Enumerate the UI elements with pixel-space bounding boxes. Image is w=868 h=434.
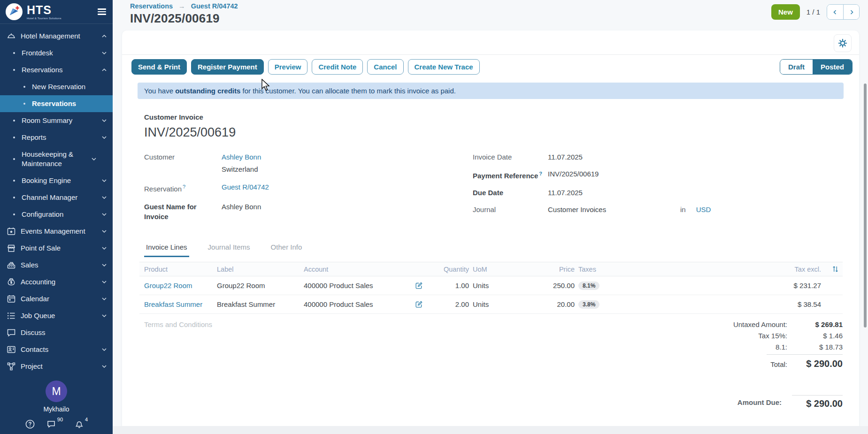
sidebar-item-reservations[interactable]: Reservations (0, 61, 113, 78)
sidebar-item-label: Channel Manager (22, 193, 97, 202)
status-posted[interactable]: Posted (813, 60, 852, 74)
logo-row: HTS Hotel & Tourism Solutions (0, 0, 113, 24)
sidebar-item-discuss[interactable]: Discuss (0, 324, 113, 341)
create-new-trace-button[interactable]: Create New Trace (408, 59, 480, 75)
sidebar-item-label: Housekeeping & Maintenance (22, 150, 86, 168)
sidebar-item-events-management[interactable]: Events Management (0, 223, 113, 240)
sidebar-menu: Hotel Management Frontdesk Reservations … (0, 24, 113, 381)
table-header-row: Product Label Account Quantity UoM Price… (139, 262, 843, 276)
pencil-square-icon[interactable] (405, 282, 433, 289)
sidebar-item-project[interactable]: Project (0, 358, 113, 375)
cancel-button[interactable]: Cancel (367, 59, 403, 75)
line-uom[interactable]: Units (473, 300, 529, 308)
col-quantity[interactable]: Quantity (433, 266, 473, 273)
reservation-link[interactable]: Guest R/04742 (222, 183, 269, 191)
messages-icon[interactable]: 90 (46, 419, 63, 429)
help-icon[interactable] (25, 419, 35, 429)
sidebar-item-job-queue[interactable]: Job Queue (0, 307, 113, 324)
sidebar-item-label: Room Summary (22, 116, 97, 125)
sidebar-item-calendar[interactable]: Calendar (0, 290, 113, 307)
form-card: Send & Print Register Payment Preview Cr… (122, 30, 859, 434)
sidebar-item-room-summary[interactable]: Room Summary (0, 112, 113, 129)
col-uom[interactable]: UoM (473, 266, 529, 273)
bullet-dot (13, 69, 15, 71)
sidebar-item-contacts[interactable]: Contacts (0, 341, 113, 358)
col-account[interactable]: Account (304, 266, 405, 273)
table-row[interactable]: Group22 Room Group22 Room 400000 Product… (139, 276, 843, 295)
tab-invoice-lines[interactable]: Invoice Lines (144, 243, 189, 257)
banner-bold-text: outstanding credits (175, 87, 240, 95)
settings-gear-button[interactable] (834, 34, 852, 52)
hts-logo-icon[interactable] (6, 3, 23, 20)
terms-and-conditions-field[interactable]: Terms and Conditions (144, 320, 212, 369)
send-print-button[interactable]: Send & Print (131, 59, 187, 75)
chevron-down-icon (101, 118, 107, 123)
avatar[interactable]: M (46, 381, 67, 402)
sidebar-item-channel-manager[interactable]: Channel Manager (0, 189, 113, 206)
banner-text: You have (144, 87, 175, 95)
pager-previous-button[interactable] (827, 5, 843, 19)
sidebar-item-reports[interactable]: Reports (0, 129, 113, 146)
settings-row (122, 30, 859, 55)
table-row[interactable]: Breakfast Summer Breakfast Summer 400000… (139, 295, 843, 314)
hamburger-menu-icon[interactable] (97, 7, 107, 16)
due-date-value[interactable]: 11.07.2025 (548, 188, 583, 198)
new-button[interactable]: New (771, 4, 800, 20)
status-draft[interactable]: Draft (780, 60, 813, 74)
col-taxes[interactable]: Taxes (578, 266, 710, 273)
line-label[interactable]: Group22 Room (217, 282, 304, 289)
chevron-down-icon (101, 212, 107, 217)
guest-name-value[interactable]: Ashley Bonn (222, 202, 261, 221)
line-account[interactable]: 400000 Product Sales (304, 282, 405, 289)
invoice-sheet: Customer Invoice INV/2025/00619 Customer… (122, 99, 859, 434)
col-tax-excl[interactable]: Tax excl. (710, 266, 825, 273)
line-product-link[interactable]: Group22 Room (144, 282, 192, 289)
chevron-down-icon (101, 50, 107, 56)
tab-journal-items[interactable]: Journal Items (206, 243, 252, 257)
sidebar-item-hotel-management[interactable]: Hotel Management (0, 28, 113, 45)
payment-reference-label: Payment Reference? (473, 169, 548, 181)
preview-button[interactable]: Preview (268, 59, 308, 75)
tab-other-info[interactable]: Other Info (269, 243, 304, 257)
sidebar: HTS Hotel & Tourism Solutions Hotel Mana… (0, 0, 113, 434)
sidebar-item-housekeeping-maintenance[interactable]: Housekeeping & Maintenance (0, 146, 113, 172)
journal-label: Journal (473, 205, 548, 214)
chevron-down-icon (101, 364, 107, 369)
horizontal-scrollbar-track[interactable] (113, 426, 868, 434)
sidebar-item-accounting[interactable]: Accounting (0, 274, 113, 290)
credit-note-button[interactable]: Credit Note (312, 59, 363, 75)
pencil-square-icon[interactable] (405, 300, 433, 308)
sidebar-item-configuration[interactable]: Configuration (0, 206, 113, 223)
currency-link[interactable]: USD (696, 205, 711, 214)
customer-link[interactable]: Ashley Bonn (222, 153, 261, 161)
sidebar-item-point-of-sale[interactable]: Point of Sale (0, 240, 113, 257)
sidebar-item-reservations-active[interactable]: Reservations (0, 95, 113, 112)
pager-next-button[interactable] (843, 5, 859, 19)
line-uom[interactable]: Units (473, 282, 529, 289)
vertical-scrollbar-thumb[interactable] (864, 84, 867, 327)
sidebar-item-new-reservation[interactable]: New Reservation (0, 78, 113, 95)
sidebar-item-frontdesk[interactable]: Frontdesk (0, 45, 113, 61)
line-account[interactable]: 400000 Product Sales (304, 300, 405, 308)
chevron-down-icon (101, 195, 107, 200)
line-quantity[interactable]: 1.00 (433, 282, 473, 289)
col-price[interactable]: Price (529, 266, 578, 273)
breadcrumb-guest-link[interactable]: Guest R/04742 (191, 2, 238, 10)
sidebar-item-sales[interactable]: Sales (0, 257, 113, 274)
line-product-link[interactable]: Breakfast Summer (144, 300, 202, 308)
col-label[interactable]: Label (217, 266, 304, 273)
notifications-bell-icon[interactable]: 4 (74, 419, 88, 429)
payment-reference-value[interactable]: INV/2025/00619 (548, 169, 599, 181)
register-payment-button[interactable]: Register Payment (191, 59, 264, 75)
journal-value[interactable]: Customer Invoices (548, 205, 680, 214)
line-label[interactable]: Breakfast Summer (217, 300, 304, 308)
invoice-date-value[interactable]: 11.07.2025 (548, 152, 583, 162)
line-price[interactable]: 250.00 (529, 282, 578, 289)
breadcrumb-reservations-link[interactable]: Reservations (130, 2, 173, 10)
line-price[interactable]: 20.00 (529, 300, 578, 308)
sidebar-item-booking-engine[interactable]: Booking Engine (0, 172, 113, 189)
bullet-dot (13, 52, 15, 54)
line-quantity[interactable]: 2.00 (433, 300, 473, 308)
col-product[interactable]: Product (144, 266, 217, 273)
optional-columns-icon[interactable] (825, 266, 839, 273)
